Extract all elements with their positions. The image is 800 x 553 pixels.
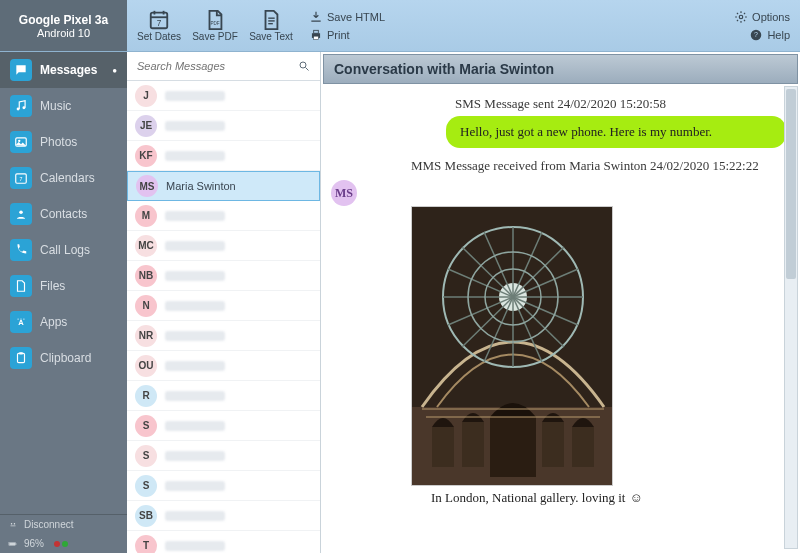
sidebar-item-call-logs[interactable]: Call Logs: [0, 232, 127, 268]
options-button[interactable]: Options: [734, 10, 790, 24]
contact-item[interactable]: SB: [127, 501, 320, 531]
sidebar-item-messages[interactable]: Messages: [0, 52, 127, 88]
options-label: Options: [752, 11, 790, 23]
sidebar: Messages Music Photos 7 Calendars Contac…: [0, 52, 127, 553]
sidebar-item-clipboard[interactable]: Clipboard: [0, 340, 127, 376]
printer-icon: [309, 28, 323, 42]
conversation-scrollbar[interactable]: [784, 86, 798, 549]
conversation-body: SMS Message sent 24/02/2020 15:20:58 Hel…: [321, 86, 800, 553]
photos-icon: [10, 131, 32, 153]
contacts-panel: JJEKFMSMaria SwintonMMCNBNNROURSSSSBT: [127, 52, 321, 553]
calendars-icon: 7: [10, 167, 32, 189]
set-dates-button[interactable]: 7 Set Dates: [133, 1, 185, 51]
contact-item[interactable]: J: [127, 81, 320, 111]
contact-item[interactable]: MSMaria Swinton: [127, 171, 320, 201]
contact-item[interactable]: KF: [127, 141, 320, 171]
sidebar-item-music[interactable]: Music: [0, 88, 127, 124]
sidebar-bottom: Disconnect 96%: [0, 514, 127, 553]
smile-icon: ☺: [629, 490, 642, 506]
phone-icon: [10, 239, 32, 261]
contact-item[interactable]: M: [127, 201, 320, 231]
received-message: MS: [331, 178, 790, 206]
contact-avatar: NR: [135, 325, 157, 347]
contact-avatar: MC: [135, 235, 157, 257]
contact-item[interactable]: R: [127, 381, 320, 411]
contact-name-redacted: [165, 361, 225, 371]
contacts-icon: [10, 203, 32, 225]
battery-icon: [8, 539, 18, 549]
contact-item[interactable]: NB: [127, 261, 320, 291]
svg-rect-49: [542, 422, 564, 467]
svg-rect-51: [490, 417, 536, 477]
contact-name-redacted: [165, 451, 225, 461]
contact-item[interactable]: T: [127, 531, 320, 553]
contact-name-redacted: [165, 481, 225, 491]
search-wrap: [127, 52, 320, 81]
contact-avatar: OU: [135, 355, 157, 377]
svg-rect-30: [16, 543, 17, 545]
sender-avatar: MS: [331, 180, 357, 206]
sidebar-item-photos[interactable]: Photos: [0, 124, 127, 160]
sidebar-item-label: Clipboard: [40, 351, 91, 365]
contact-item[interactable]: NR: [127, 321, 320, 351]
gallery-dome-image: [412, 207, 613, 486]
contact-name-redacted: [165, 301, 225, 311]
svg-rect-47: [432, 427, 454, 467]
svg-point-18: [18, 140, 20, 142]
sidebar-item-files[interactable]: Files: [0, 268, 127, 304]
sidebar-item-label: Files: [40, 279, 65, 293]
contact-avatar: R: [135, 385, 157, 407]
print-label: Print: [327, 29, 350, 41]
svg-point-16: [22, 106, 25, 109]
battery-row: 96%: [0, 534, 127, 553]
contact-item[interactable]: S: [127, 411, 320, 441]
svg-point-12: [739, 15, 743, 19]
sidebar-item-label: Contacts: [40, 207, 87, 221]
print-button[interactable]: Print: [309, 28, 385, 42]
svg-rect-27: [19, 352, 23, 354]
sidebar-item-label: Calendars: [40, 171, 95, 185]
contact-avatar: N: [135, 295, 157, 317]
contact-item[interactable]: MC: [127, 231, 320, 261]
plug-icon: [8, 520, 18, 530]
help-button[interactable]: ? Help: [734, 28, 790, 42]
contact-name-redacted: [165, 91, 225, 101]
mms-caption: In London, National gallery. loving it ☺: [431, 490, 790, 506]
mms-image[interactable]: [411, 206, 613, 486]
save-pdf-button[interactable]: PDF Save PDF: [189, 1, 241, 51]
svg-rect-29: [9, 542, 15, 545]
svg-rect-10: [314, 30, 319, 33]
save-text-button[interactable]: Save Text: [245, 1, 297, 51]
files-icon: [10, 275, 32, 297]
sidebar-item-label: Apps: [40, 315, 67, 329]
search-input[interactable]: [133, 56, 314, 76]
contact-item[interactable]: JE: [127, 111, 320, 141]
contact-item[interactable]: N: [127, 291, 320, 321]
pdf-icon: PDF: [204, 9, 226, 31]
app-header: Google Pixel 3a Android 10 7 Set Dates P…: [0, 0, 800, 52]
contact-item[interactable]: S: [127, 441, 320, 471]
contact-item[interactable]: OU: [127, 351, 320, 381]
sidebar-item-contacts[interactable]: Contacts: [0, 196, 127, 232]
music-icon: [10, 95, 32, 117]
save-html-button[interactable]: Save HTML: [309, 10, 385, 24]
svg-point-31: [300, 62, 306, 68]
sidebar-item-apps[interactable]: A Apps: [0, 304, 127, 340]
gear-icon: [734, 10, 748, 24]
svg-point-23: [18, 319, 19, 320]
device-os: Android 10: [37, 27, 90, 39]
sidebar-item-calendars[interactable]: 7 Calendars: [0, 160, 127, 196]
contact-avatar: SB: [135, 505, 157, 527]
device-name: Google Pixel 3a: [19, 13, 108, 27]
contact-name-redacted: [165, 241, 225, 251]
search-icon: [298, 60, 310, 72]
contact-name-redacted: [165, 271, 225, 281]
save-html-label: Save HTML: [327, 11, 385, 23]
toolbar: 7 Set Dates PDF Save PDF Save Text Save …: [127, 0, 393, 51]
contact-item[interactable]: S: [127, 471, 320, 501]
device-info: Google Pixel 3a Android 10: [0, 0, 127, 51]
scrollbar-thumb[interactable]: [786, 89, 796, 279]
disconnect-button[interactable]: Disconnect: [0, 515, 127, 534]
contact-name-redacted: [165, 211, 225, 221]
messages-icon: [10, 59, 32, 81]
